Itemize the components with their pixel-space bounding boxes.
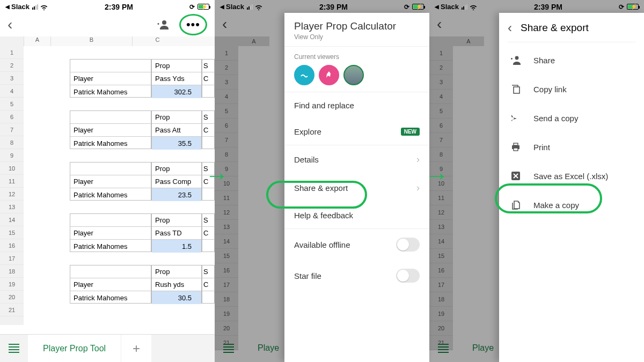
modal-title: Player Prop Calculator (294, 20, 420, 32)
row-header[interactable]: 10 (0, 162, 24, 175)
row-header[interactable]: 5 (0, 98, 24, 110)
label: Share (533, 56, 555, 65)
label: Save as Excel (.xlsx) (533, 172, 608, 181)
col-b[interactable]: B (50, 36, 132, 46)
label: Details (294, 155, 319, 164)
add-person-icon[interactable] (157, 19, 170, 30)
spreadsheet[interactable]: 123456789101112131415161718192021 Player… (0, 46, 215, 325)
print-icon (510, 141, 522, 153)
back-app-caret[interactable]: ◀ (220, 4, 224, 10)
avatar[interactable] (343, 65, 364, 85)
new-badge: NEW (401, 128, 420, 136)
row-header[interactable]: 1 (0, 46, 24, 59)
row-header[interactable]: 20 (0, 291, 24, 304)
menu-explore[interactable]: ExploreNEW (284, 119, 429, 145)
menu-available-offline[interactable]: Available offline (284, 229, 429, 260)
row-header[interactable]: 4 (0, 85, 24, 98)
row-headers: 123456789101112131415161718192021 (0, 46, 24, 325)
status-time: 2:39 PM (534, 3, 562, 11)
row-header[interactable]: 21 (0, 304, 24, 316)
row-header[interactable]: 7 (0, 123, 24, 136)
label: Star file (294, 271, 321, 280)
row-header[interactable]: 13 (0, 201, 24, 213)
battery-icon: ⚡ (627, 4, 639, 10)
battery-icon: ⚡ (412, 4, 424, 10)
file-copy-icon (510, 199, 522, 211)
row-header[interactable]: 18 (0, 265, 24, 278)
back-app-label[interactable]: Slack (441, 3, 459, 11)
menu-save-excel[interactable]: Save as Excel (.xlsx) (499, 161, 644, 190)
rotation-lock-icon: ⟳ (619, 3, 624, 11)
wifi-icon (469, 4, 478, 10)
sheet-tabs: Player Prop Tool + (0, 334, 215, 362)
sheets-menu-icon[interactable] (0, 335, 28, 362)
menu-share-export[interactable]: Share & export› (284, 174, 429, 202)
back-icon[interactable]: ‹ (508, 20, 512, 35)
row-header[interactable]: 14 (0, 213, 24, 226)
menu-send-copy[interactable]: Send a copy (499, 104, 644, 132)
chevron-right-icon: › (416, 182, 420, 194)
row-header[interactable]: 3 (0, 72, 24, 85)
svg-rect-2 (514, 87, 519, 93)
row-header[interactable]: 2 (0, 59, 24, 72)
panel-3-share-export: ‹ A 123456789101112131415161718192021 Pl… (429, 0, 644, 362)
toggle-off[interactable] (396, 238, 420, 252)
menu-make-copy[interactable]: Make a copy (499, 190, 644, 219)
label: Help & feedback (294, 211, 353, 220)
menu-copy-link[interactable]: Copy link (499, 75, 644, 104)
label: Copy link (533, 85, 567, 94)
label: Find and replace (294, 101, 354, 110)
rotation-lock-icon: ⟳ (189, 3, 195, 11)
avatar[interactable] (294, 65, 314, 85)
menu-help[interactable]: Help & feedback (284, 202, 429, 228)
col-a[interactable]: A (24, 36, 50, 46)
row-header[interactable]: 19 (0, 278, 24, 291)
status-bar: ◀ Slack 2:39 PM ⟳ ⚡ (215, 0, 429, 12)
menu-share[interactable]: Share (499, 46, 644, 75)
menu-print[interactable]: Print (499, 132, 644, 161)
column-headers: A B C (0, 36, 215, 46)
label: Send a copy (533, 114, 578, 123)
wifi-icon (254, 4, 263, 10)
panel-1-sheet: ◀ Slack 2:39 PM ⟳ ⚡ ‹ ••• A B C (0, 0, 215, 362)
back-app-label[interactable]: Slack (226, 3, 244, 11)
signal-icon (462, 4, 467, 10)
add-person-icon (510, 54, 522, 66)
menu-details[interactable]: Details› (284, 145, 429, 174)
svg-rect-5 (514, 148, 518, 151)
back-icon[interactable]: ‹ (8, 16, 12, 33)
svg-point-0 (162, 20, 166, 25)
menu-find-replace[interactable]: Find and replace (284, 92, 429, 119)
row-header[interactable]: 17 (0, 252, 24, 265)
modal-subtitle: View Only (294, 33, 420, 41)
back-app-caret[interactable]: ◀ (5, 4, 10, 10)
back-app-caret[interactable]: ◀ (435, 4, 439, 10)
row-header[interactable]: 9 (0, 149, 24, 162)
row-header[interactable]: 6 (0, 110, 24, 123)
share-export-modal: ‹ Share & export Share Copy link Send a … (499, 13, 644, 362)
viewers-label: Current viewers (294, 53, 420, 61)
add-sheet-icon[interactable]: + (121, 335, 151, 362)
more-icon[interactable]: ••• (186, 18, 200, 31)
row-header[interactable]: 16 (0, 239, 24, 252)
svg-point-1 (515, 56, 519, 60)
file-menu-modal: Player Prop Calculator View Only Current… (284, 13, 429, 362)
row-header[interactable]: 12 (0, 188, 24, 201)
status-time: 2:39 PM (105, 3, 133, 11)
status-bar: ◀ Slack 2:39 PM ⟳ ⚡ (429, 0, 644, 12)
row-header[interactable]: 15 (0, 226, 24, 239)
chevron-right-icon: › (416, 154, 420, 165)
avatar[interactable] (319, 65, 339, 85)
row-header[interactable]: 8 (0, 136, 24, 149)
col-c[interactable]: C (132, 36, 182, 46)
label: Explore (294, 127, 321, 136)
rotation-lock-icon: ⟳ (404, 3, 409, 11)
row-header[interactable]: 11 (0, 175, 24, 188)
modal-title: Share & export (521, 22, 589, 34)
active-tab[interactable]: Player Prop Tool (28, 335, 121, 362)
wifi-icon (40, 4, 48, 10)
menu-star-file[interactable]: Star file (284, 260, 429, 291)
toggle-off[interactable] (396, 269, 420, 283)
signal-icon (247, 4, 253, 10)
back-app-label[interactable]: Slack (11, 3, 30, 11)
